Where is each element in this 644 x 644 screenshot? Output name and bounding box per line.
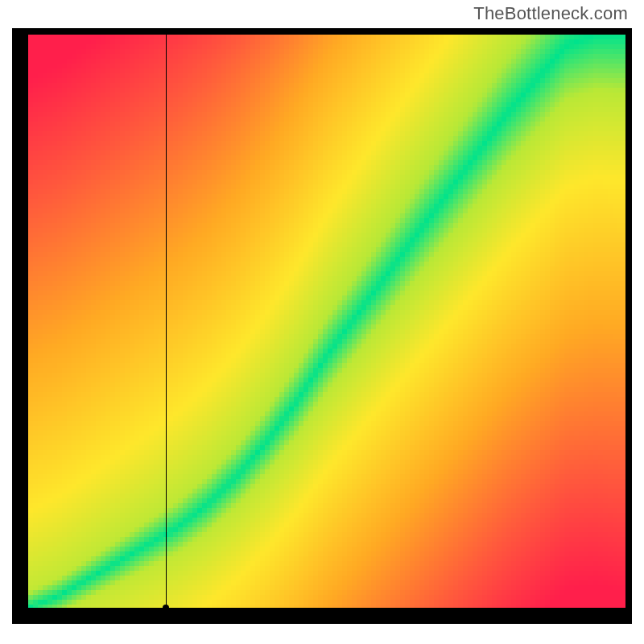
heatmap-canvas [28, 35, 625, 608]
plot-area [28, 35, 625, 608]
marker-vertical-line [166, 35, 167, 608]
chart-container: TheBottleneck.com [0, 0, 644, 644]
watermark-text: TheBottleneck.com [473, 3, 628, 24]
plot-frame [12, 28, 632, 624]
marker-dot [163, 605, 169, 608]
